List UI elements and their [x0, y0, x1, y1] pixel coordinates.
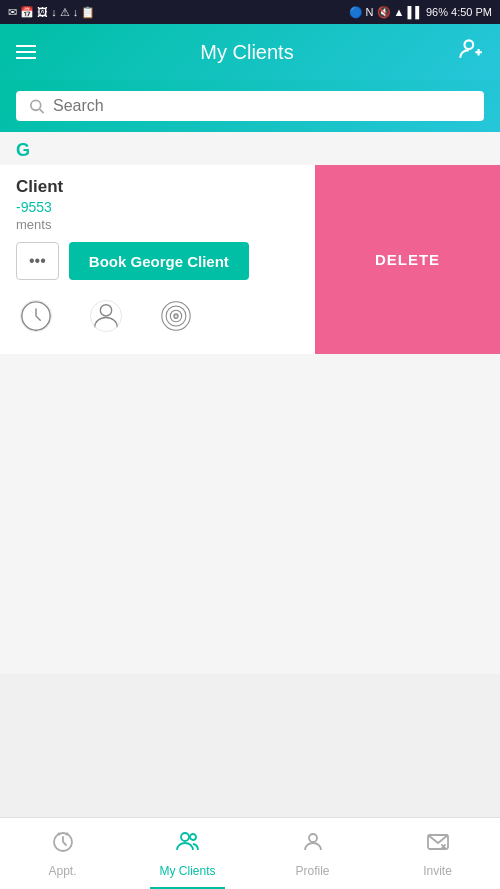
add-client-button[interactable]: [458, 36, 484, 68]
client-phone: -9553: [16, 199, 299, 215]
bottom-nav: Appt. My Clients Profile: [0, 817, 500, 889]
client-info: ments: [16, 217, 299, 232]
nav-item-profile[interactable]: Profile: [250, 818, 375, 889]
profile-nav-icon: [301, 830, 325, 860]
svg-point-16: [190, 834, 196, 840]
svg-line-4: [40, 109, 44, 113]
time: 4:50 PM: [451, 6, 492, 18]
appointment-icon-btn[interactable]: [16, 296, 56, 336]
section-header: G: [0, 132, 500, 165]
header: My Clients: [0, 24, 500, 80]
search-bar: [0, 80, 500, 132]
search-wrapper[interactable]: [16, 91, 484, 121]
wifi-icon: ▲: [394, 6, 405, 18]
main-content: G Client -9553 ments ••• Book George Cli…: [0, 132, 500, 674]
more-button[interactable]: •••: [16, 242, 59, 280]
search-icon: [28, 97, 45, 115]
card-actions: ••• Book George Client: [16, 242, 299, 280]
svg-point-17: [309, 834, 317, 842]
battery-text: 96%: [426, 6, 448, 18]
search-input[interactable]: [53, 97, 472, 115]
appt-label: Appt.: [48, 864, 76, 878]
card-icons: b: [16, 290, 299, 342]
brand-icon-btn[interactable]: b: [156, 296, 196, 336]
client-card-container: Client -9553 ments ••• Book George Clien…: [0, 165, 500, 354]
client-card: Client -9553 ments ••• Book George Clien…: [0, 165, 315, 354]
page-title: My Clients: [200, 41, 293, 64]
client-name: Client: [16, 177, 299, 197]
book-button[interactable]: Book George Client: [69, 242, 249, 280]
svg-text:b: b: [174, 313, 178, 321]
section-letter: G: [16, 140, 30, 160]
delete-label: DELETE: [375, 251, 440, 268]
empty-space: [0, 354, 500, 674]
invite-icon: [426, 830, 450, 860]
svg-point-3: [31, 100, 41, 110]
status-bar-left: ✉ 📅 🖼 ↓ ⚠ ↓ 📋: [8, 6, 95, 19]
nav-item-invite[interactable]: Invite: [375, 818, 500, 889]
svg-point-15: [181, 833, 189, 841]
profile-label: Profile: [295, 864, 329, 878]
notification-icons: ✉ 📅 🖼 ↓ ⚠ ↓ 📋: [8, 6, 95, 19]
bluetooth-icon: 🔵: [349, 6, 363, 19]
signal-icon: ▌▌: [407, 6, 423, 18]
invite-label: Invite: [423, 864, 452, 878]
delete-panel[interactable]: DELETE: [315, 165, 500, 354]
n-icon: N: [366, 6, 374, 18]
my-clients-icon: [176, 830, 200, 860]
svg-point-0: [464, 40, 473, 49]
appt-icon: [51, 830, 75, 860]
status-bar-right: 🔵 N 🔇 ▲ ▌▌ 96% 4:50 PM: [349, 6, 492, 19]
svg-point-7: [100, 305, 111, 316]
my-clients-label: My Clients: [159, 864, 215, 878]
menu-button[interactable]: [16, 45, 36, 59]
nav-item-my-clients[interactable]: My Clients: [125, 818, 250, 889]
volume-icon: 🔇: [377, 6, 391, 19]
profile-icon-btn[interactable]: [86, 296, 126, 336]
nav-item-appt[interactable]: Appt.: [0, 818, 125, 889]
status-bar: ✉ 📅 🖼 ↓ ⚠ ↓ 📋 🔵 N 🔇 ▲ ▌▌ 96% 4:50 PM: [0, 0, 500, 24]
